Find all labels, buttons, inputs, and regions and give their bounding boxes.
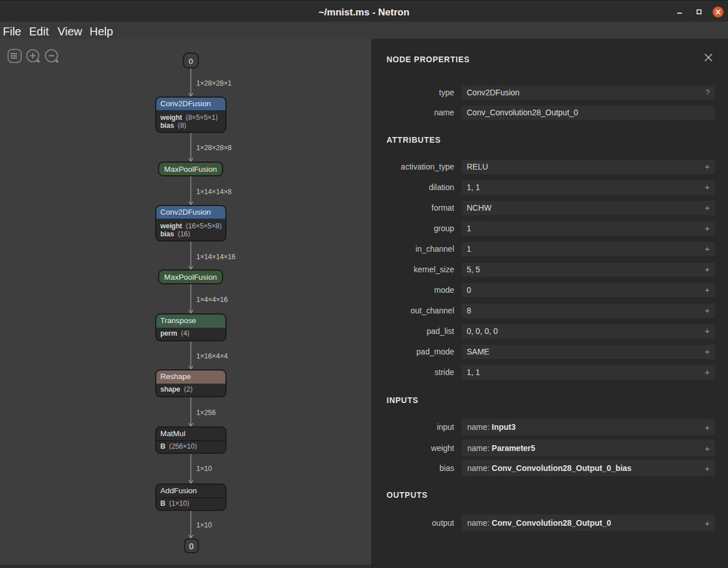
svg-text:bias⟨8⟩: bias⟨8⟩ xyxy=(160,122,187,130)
svg-text:weight⟨8×5×5×1⟩: weight⟨8×5×5×1⟩ xyxy=(160,114,218,122)
svg-text:weight⟨16×5×5×8⟩: weight⟨16×5×5×8⟩ xyxy=(160,222,222,230)
svg-text:1×14×14×16: 1×14×14×16 xyxy=(196,253,236,261)
svg-text:1×28×28×1: 1×28×28×1 xyxy=(196,79,232,87)
svg-text:0: 0 xyxy=(189,542,194,551)
svg-text:1×256: 1×256 xyxy=(196,409,216,417)
svg-text:Reshape: Reshape xyxy=(160,372,191,381)
svg-text:AddFusion: AddFusion xyxy=(160,486,197,495)
svg-text:1×10: 1×10 xyxy=(196,521,212,529)
svg-text:1×16×4×4: 1×16×4×4 xyxy=(196,352,228,360)
svg-text:MaxPoolFusion: MaxPoolFusion xyxy=(164,165,217,174)
svg-text:shape⟨2⟩: shape⟨2⟩ xyxy=(160,385,193,393)
svg-text:B⟨1×10⟩: B⟨1×10⟩ xyxy=(160,499,189,507)
svg-text:MatMul: MatMul xyxy=(160,429,185,438)
svg-text:1×10: 1×10 xyxy=(196,465,212,473)
svg-text:MaxPoolFusion: MaxPoolFusion xyxy=(164,273,217,281)
svg-text:0: 0 xyxy=(189,57,193,66)
svg-text:Transpose: Transpose xyxy=(160,316,196,325)
svg-text:1×4×4×16: 1×4×4×16 xyxy=(196,296,228,304)
svg-text:Conv2DFusion: Conv2DFusion xyxy=(160,208,211,216)
svg-text:Conv2DFusion: Conv2DFusion xyxy=(160,99,211,108)
svg-text:1×14×14×8: 1×14×14×8 xyxy=(196,188,232,196)
svg-text:1×28×28×8: 1×28×28×8 xyxy=(196,144,232,152)
svg-text:perm⟨4⟩: perm⟨4⟩ xyxy=(160,329,189,337)
